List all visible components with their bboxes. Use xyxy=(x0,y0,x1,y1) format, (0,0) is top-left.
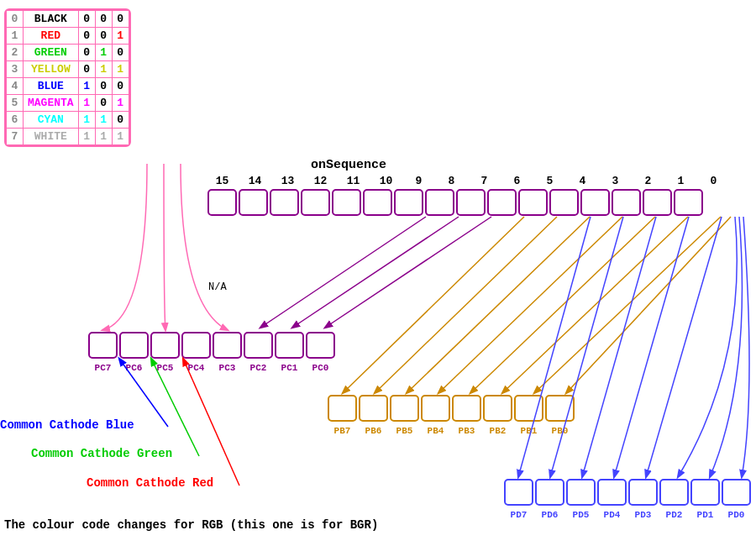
row-0-index: 0 xyxy=(7,11,24,28)
row-0-g: 0 xyxy=(95,11,112,28)
seq-box-12 xyxy=(301,189,330,216)
bit-numbers-row: 15 14 13 12 11 10 9 8 7 6 5 4 3 2 1 0 xyxy=(206,175,730,187)
row-2-index: 2 xyxy=(7,45,24,61)
pb5-label: PB5 xyxy=(390,426,419,436)
seq-box-7 xyxy=(456,189,486,216)
seq-box-4 xyxy=(549,189,579,216)
seq-box-1 xyxy=(643,189,672,216)
pc-labels-row: PC7 PC6 PC5 PC4 PC3 PC2 PC1 PC0 xyxy=(88,363,335,373)
seq-box-11 xyxy=(332,189,361,216)
row-5-b: 1 xyxy=(112,95,129,112)
row-2-r: 0 xyxy=(78,45,95,61)
bit-13: 13 xyxy=(271,175,304,187)
pb-register xyxy=(328,395,575,422)
bit-1: 1 xyxy=(664,175,697,187)
svg-line-1 xyxy=(292,217,459,328)
row-3-r: 0 xyxy=(78,61,95,78)
row-7-b: 1 xyxy=(112,129,129,145)
row-1-r: 0 xyxy=(78,28,95,45)
row-6-r: 1 xyxy=(78,112,95,129)
pc4-box xyxy=(181,332,211,359)
pb-labels-row: PB7 PB6 PB5 PB4 PB3 PB2 PB1 PB0 xyxy=(328,426,575,436)
svg-line-6 xyxy=(438,217,622,393)
pc6-label: PC6 xyxy=(119,363,149,373)
pc3-box xyxy=(213,332,242,359)
svg-line-8 xyxy=(502,217,688,393)
row-7-g: 1 xyxy=(95,129,112,145)
pd1-box xyxy=(690,479,720,506)
pb1-box xyxy=(514,395,543,422)
seq-box-3 xyxy=(580,189,610,216)
pc5-box xyxy=(150,332,180,359)
pb4-label: PB4 xyxy=(421,426,450,436)
pc6-box xyxy=(119,332,149,359)
seq-box-13 xyxy=(270,189,299,216)
svg-line-18 xyxy=(183,359,239,486)
svg-line-12 xyxy=(550,217,623,477)
row-2-name: GREEN xyxy=(24,45,79,61)
row-0-r: 0 xyxy=(78,11,95,28)
row-4-r: 1 xyxy=(78,78,95,95)
seq-box-9 xyxy=(394,189,423,216)
row-7-name: WHITE xyxy=(24,129,79,145)
pd0-label: PD0 xyxy=(722,510,751,520)
pb4-box xyxy=(421,395,450,422)
pc-register xyxy=(88,332,335,359)
pb5-box xyxy=(390,395,419,422)
pd4-label: PD4 xyxy=(597,510,627,520)
pd2-box xyxy=(659,479,689,506)
row-3-b: 1 xyxy=(112,61,129,78)
svg-line-5 xyxy=(407,217,590,393)
row-7-r: 1 xyxy=(78,129,95,145)
seq-box-14 xyxy=(239,189,268,216)
pd1-label: PD1 xyxy=(690,510,720,520)
row-6-g: 1 xyxy=(95,112,112,129)
pc7-box xyxy=(88,332,118,359)
bit-8: 8 xyxy=(435,175,468,187)
bit-9: 9 xyxy=(402,175,435,187)
pc1-label: PC1 xyxy=(275,363,304,373)
cc-blue-label: Common Cathode Blue xyxy=(0,418,134,432)
row-1-g: 0 xyxy=(95,28,112,45)
na-label: N/A xyxy=(208,281,227,293)
pd2-label: PD2 xyxy=(659,510,689,520)
row-5-g: 0 xyxy=(95,95,112,112)
row-6-index: 6 xyxy=(7,112,24,129)
pd3-label: PD3 xyxy=(628,510,658,520)
row-2-b: 0 xyxy=(112,45,129,61)
pb0-label: PB0 xyxy=(545,426,575,436)
seq-box-8 xyxy=(425,189,454,216)
pd6-label: PD6 xyxy=(535,510,564,520)
bottom-text-normal: (this one is for BGR) xyxy=(223,518,378,532)
row-1-name: RED xyxy=(24,28,79,45)
row-0-name: BLACK xyxy=(24,11,79,28)
svg-line-9 xyxy=(534,217,721,393)
pb1-label: PB1 xyxy=(514,426,543,436)
pb2-box xyxy=(483,395,512,422)
cc-red-label: Common Cathode Red xyxy=(87,476,213,490)
svg-line-14 xyxy=(614,217,689,477)
bit-4: 4 xyxy=(566,175,599,187)
row-1-b: 1 xyxy=(112,28,129,45)
seq-box-0 xyxy=(674,189,703,216)
svg-line-13 xyxy=(582,217,656,477)
row-5-index: 5 xyxy=(7,95,24,112)
row-5-r: 1 xyxy=(78,95,95,112)
pb3-box xyxy=(452,395,481,422)
bottom-text-bold: The colour code changes for RGB xyxy=(4,518,223,532)
pb0-box xyxy=(545,395,575,422)
pb6-box xyxy=(359,395,388,422)
bit-5: 5 xyxy=(533,175,566,187)
bit-14: 14 xyxy=(239,175,271,187)
pd-register xyxy=(504,479,751,506)
row-1-index: 1 xyxy=(7,28,24,45)
row-0-b: 0 xyxy=(112,11,129,28)
on-sequence-label: onSequence xyxy=(311,158,386,172)
pc3-label: PC3 xyxy=(213,363,242,373)
row-3-name: YELLOW xyxy=(24,61,79,78)
pc1-box xyxy=(275,332,304,359)
pc2-label: PC2 xyxy=(244,363,273,373)
row-3-g: 1 xyxy=(95,61,112,78)
pc0-box xyxy=(306,332,335,359)
svg-line-17 xyxy=(151,359,199,456)
